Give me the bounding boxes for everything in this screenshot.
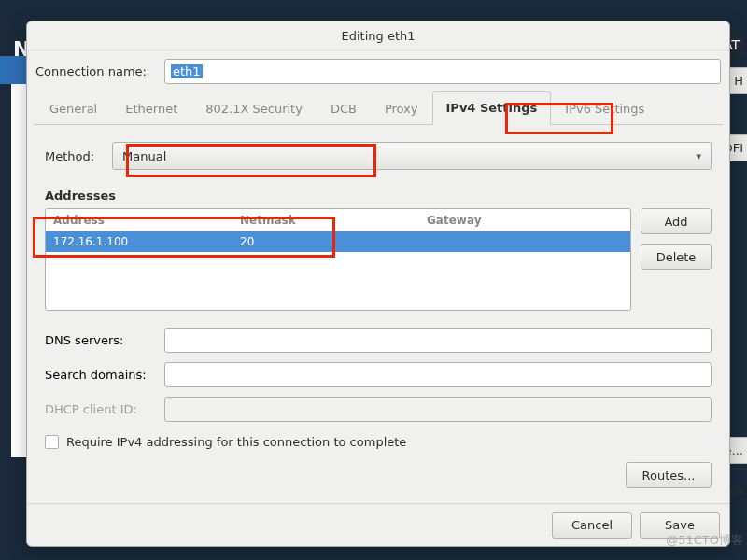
watermark: @51CTO博客 — [666, 532, 743, 549]
addresses-table[interactable]: Address Netmask Gateway 172.16.1.100 20 — [45, 208, 631, 311]
method-label: Method: — [45, 149, 101, 163]
search-domains-input[interactable] — [164, 362, 712, 387]
connection-name-label: Connection name: — [35, 64, 153, 78]
dialog-title: Editing eth1 — [27, 21, 729, 51]
addresses-header: Address Netmask Gateway — [46, 209, 630, 231]
dialog-footer: Cancel Save — [27, 503, 729, 546]
addresses-title: Addresses — [45, 189, 712, 203]
method-value: Manual — [122, 149, 166, 163]
edit-connection-dialog: Editing eth1 Connection name: eth1 Gener… — [26, 21, 730, 547]
add-button[interactable]: Add — [641, 208, 712, 234]
search-domains-label: Search domains: — [45, 368, 157, 382]
bg-blue-square — [0, 56, 28, 84]
header-netmask: Netmask — [233, 209, 419, 231]
bg-help-button[interactable]: H — [729, 67, 747, 94]
cell-netmask[interactable]: 20 — [233, 231, 419, 252]
cell-gateway[interactable] — [419, 231, 630, 252]
connection-name-value: eth1 — [171, 64, 203, 78]
tab-general[interactable]: General — [35, 92, 111, 125]
require-ipv4-checkbox[interactable] — [45, 435, 59, 449]
dhcp-client-id-label: DHCP client ID: — [45, 402, 157, 416]
method-dropdown[interactable]: Manual — [112, 142, 712, 170]
dns-servers-label: DNS servers: — [45, 333, 157, 347]
header-address: Address — [46, 209, 233, 231]
tab-ipv4-settings[interactable]: IPv4 Settings — [432, 91, 552, 125]
tab-ipv6-settings[interactable]: IPv6 Settings — [551, 92, 658, 125]
dns-servers-input[interactable] — [164, 328, 712, 353]
cancel-button[interactable]: Cancel — [552, 512, 632, 539]
tab-dcb[interactable]: DCB — [317, 92, 371, 125]
tab-ethernet[interactable]: Ethernet — [111, 92, 191, 125]
dhcp-client-id-input — [164, 397, 712, 422]
settings-tabs: General Ethernet 802.1X Security DCB Pro… — [34, 93, 723, 125]
delete-button[interactable]: Delete — [641, 244, 712, 270]
ipv4-tab-content: Method: Manual Addresses Address Netmask… — [34, 125, 723, 503]
require-ipv4-label: Require IPv4 addressing for this connect… — [66, 435, 406, 449]
table-row[interactable]: 172.16.1.100 20 — [46, 231, 630, 252]
cell-address[interactable]: 172.16.1.100 — [46, 231, 233, 252]
tab-proxy[interactable]: Proxy — [371, 92, 432, 125]
header-gateway: Gateway — [419, 209, 630, 231]
tab-8021x-security[interactable]: 802.1X Security — [191, 92, 317, 125]
connection-name-input[interactable]: eth1 — [164, 59, 721, 84]
routes-button[interactable]: Routes... — [626, 462, 712, 488]
